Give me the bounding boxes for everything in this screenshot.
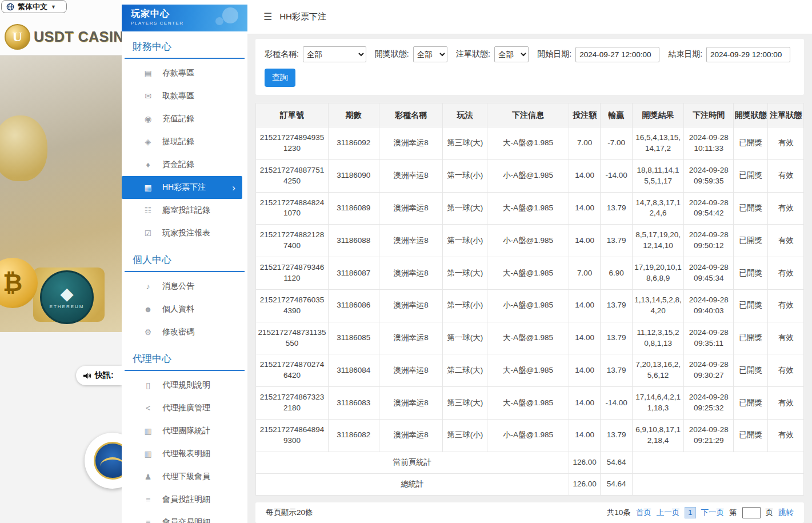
sidebar-item-hh-lottery-bets[interactable]: ▦HH彩票下注› — [122, 176, 242, 199]
logo-text: USDT CASINO — [34, 29, 122, 45]
column-header: 期數 — [328, 103, 379, 127]
column-header: 注單狀態 — [768, 103, 804, 127]
table-cell: 2152172748793461120 — [256, 257, 329, 290]
sidebar-section: 代理中心▯代理規則說明<代理推廣管理▥代理團隊統計▥代理報表明細♟代理下級會員≡… — [122, 344, 247, 523]
sidebar-item-agent-sub-members[interactable]: ♟代理下級會員 — [122, 465, 247, 488]
table-cell: 14.00 — [569, 289, 600, 322]
current-page-button[interactable]: 1 — [685, 507, 695, 518]
sidebar-item-withdrawal-records[interactable]: ◈提現記錄 — [122, 130, 247, 153]
ethereum-coin-icon: ◆ ETHEREUM — [40, 270, 94, 324]
lottery-name-select[interactable]: 全部 — [303, 46, 366, 62]
sidebar-item-agent-team-stats[interactable]: ▥代理團隊統計 — [122, 420, 247, 442]
ethereum-label: ETHEREUM — [50, 304, 85, 309]
draw-status-select[interactable]: 全部 — [413, 46, 447, 62]
table-cell: -7.00 — [601, 127, 632, 160]
sidebar-item-agent-report-detail[interactable]: ▥代理報表明細 — [122, 442, 247, 465]
summary-current-bet: 126.00 — [569, 452, 600, 473]
sidebar-item-member-transaction-detail[interactable]: ≡會員交易明細 — [122, 511, 247, 523]
column-header: 開獎結果 — [632, 103, 684, 127]
next-page-link[interactable]: 下一页 — [701, 508, 725, 518]
table-cell: 第一球(小) — [443, 159, 487, 192]
end-date-input[interactable] — [706, 47, 790, 62]
table-cell: 大-A盤@1.985 — [487, 192, 569, 225]
first-page-link[interactable]: 首页 — [636, 508, 651, 518]
menu-toggle-icon[interactable]: ☰ — [263, 11, 272, 23]
table-cell: 已開獎 — [734, 192, 768, 225]
table-cell: 31186086 — [328, 289, 379, 322]
players-center-header: 玩家中心 PLAYERS CENTER — [122, 5, 247, 31]
table-row: 215217274864894930031186082澳洲幸运8第三球(小)小-… — [256, 420, 804, 452]
sidebar-item-agent-promotion[interactable]: <代理推廣管理 — [122, 397, 247, 420]
table-cell: 13.79 — [601, 225, 632, 257]
table-cell: 第一球(大) — [443, 322, 487, 354]
table-cell: 2024-09-28 09:54:42 — [684, 192, 734, 225]
sidebar-item-player-bet-report[interactable]: ☑玩家投注報表 — [122, 222, 247, 245]
total-count-label: 共10条 — [607, 508, 631, 518]
sidebar-item-profile[interactable]: ☻個人資料 — [122, 298, 247, 321]
table-cell: 13.79 — [601, 192, 632, 225]
table-cell: 31186085 — [328, 322, 379, 354]
table-cell: 大-A盤@1.985 — [487, 322, 569, 354]
sidebar-item-messages[interactable]: ♪消息公告 — [122, 275, 247, 298]
summary-current-win: 54.64 — [601, 452, 632, 473]
news-ticker[interactable]: 快訊: — [76, 366, 122, 385]
sidebar-item-withdraw-area[interactable]: ✉取款專區 — [122, 85, 247, 107]
gear-icon: ⚙ — [143, 328, 153, 337]
sidebar-item-label: 代理下級會員 — [162, 472, 210, 482]
casino-artwork: ₿ ◆ ETHEREUM — [0, 55, 122, 332]
bets-table-card: 訂單號期數彩種名稱玩法下注信息投注額輸贏開獎結果下注時間開獎狀態注單狀態 215… — [255, 103, 804, 496]
sidebar-item-recharge-records[interactable]: ◉充值記錄 — [122, 107, 247, 130]
page-jump-input[interactable] — [742, 507, 761, 518]
table-cell: 有效 — [768, 354, 804, 387]
table-cell: 31186082 — [328, 420, 379, 452]
pager: 共10条 首页 上一页 1 下一页 第 页 跳转 — [607, 507, 794, 518]
sidebar-item-agent-rules[interactable]: ▯代理規則說明 — [122, 374, 247, 397]
search-button[interactable]: 查詢 — [265, 69, 295, 87]
column-header: 投注額 — [569, 103, 600, 127]
sidebar-item-funds-records[interactable]: ♦資金記錄 — [122, 153, 247, 176]
share-icon: < — [143, 404, 153, 413]
table-cell: 14.00 — [569, 420, 600, 452]
list-icon: ≡ — [143, 495, 153, 504]
jump-link[interactable]: 跳转 — [778, 508, 794, 518]
sidebar-item-label: 會員投註明細 — [162, 494, 210, 505]
sidebar-item-label: 代理規則說明 — [162, 380, 210, 390]
table-cell: 有效 — [768, 387, 804, 420]
table-cell: 澳洲幸运8 — [379, 225, 443, 257]
table-cell: 澳洲幸运8 — [379, 354, 443, 387]
sidebar-item-room-bet-records[interactable]: ☷廳室投註記錄 — [122, 199, 247, 222]
table-cell: 已開獎 — [734, 127, 768, 160]
table-cell: 有效 — [768, 257, 804, 290]
sidebar-item-deposit-area[interactable]: ▤存款專區 — [122, 62, 247, 85]
summary-total-label: 總統計 — [256, 473, 569, 495]
sidebar-item-label: 修改密碼 — [162, 327, 194, 337]
sidebar: 玩家中心 PLAYERS CENTER 財務中心▤存款專區✉取款專區◉充值記錄◈… — [122, 0, 247, 523]
table-row: 215217274870274642031186084澳洲幸运8第二球(大)大-… — [256, 354, 804, 387]
table-cell: 13.79 — [601, 354, 632, 387]
order-status-select[interactable]: 全部 — [494, 46, 529, 62]
end-date-label: 結束日期: — [668, 49, 702, 59]
table-cell: 第三球(小) — [443, 420, 487, 452]
sidebar-subtitle: PLAYERS CENTER — [131, 21, 247, 26]
chevron-down-icon: ▼ — [51, 4, 56, 10]
table-cell: 7,20,13,16,2,5,6,12 — [632, 354, 684, 387]
table-cell: 2152172748821287400 — [256, 225, 329, 257]
sidebar-item-member-bet-detail[interactable]: ≡會員投註明細 — [122, 488, 247, 511]
table-cell: 有效 — [768, 420, 804, 452]
table-row: 215217274867323218031186083澳洲幸运8第三球(大)大-… — [256, 387, 804, 420]
sidebar-item-label: 會員交易明細 — [162, 517, 210, 523]
start-date-input[interactable] — [575, 47, 659, 62]
language-selector[interactable]: 繁体中文 ▼ — [1, 0, 67, 13]
table-cell: 2024-09-28 09:59:35 — [684, 159, 734, 192]
table-cell: 澳洲幸运8 — [379, 192, 443, 225]
sidebar-item-change-password[interactable]: ⚙修改密碼 — [122, 321, 247, 344]
table-cell: -14.00 — [601, 387, 632, 420]
table-cell: 2024-09-28 09:40:03 — [684, 289, 734, 322]
sidebar-item-label: 代理團隊統計 — [162, 426, 210, 436]
prev-page-link[interactable]: 上一页 — [657, 508, 680, 518]
table-cell: 2024-09-28 09:30:27 — [684, 354, 734, 387]
table-cell: 已開獎 — [734, 387, 768, 420]
table-cell: 2152172748760354390 — [256, 289, 329, 322]
table-cell: 大-A盤@1.985 — [487, 387, 569, 420]
sidebar-item-label: 廳室投註記錄 — [162, 205, 210, 215]
